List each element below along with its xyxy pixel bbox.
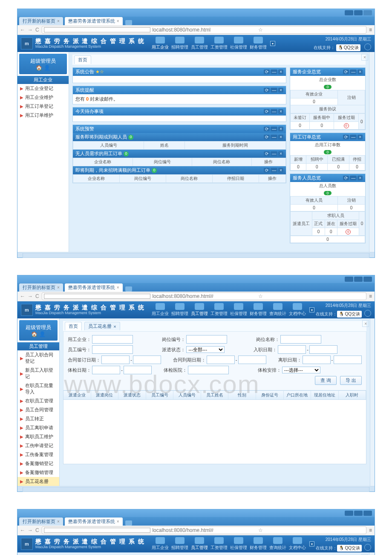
back-button[interactable]: ← [20,27,25,33]
qq-button[interactable]: 🐧QQ交谈 [336,44,361,51]
back-button[interactable]: ← [20,293,25,299]
panel-controls[interactable]: ⟳—× [264,127,283,131]
qq-button[interactable]: 🐧QQ交谈 [337,545,362,552]
vertical-scrollbar[interactable] [369,552,375,555]
search-button[interactable]: 查 询 [315,376,337,385]
page-tab-home[interactable]: 首页 [65,322,82,330]
tab-close-icon[interactable]: × [57,19,60,23]
menu-icon[interactable]: ≡ [369,293,372,299]
sidebar-item[interactable]: ▶备案撤销登记 [17,459,59,468]
nav-module[interactable]: 社保管理 [229,303,248,317]
reload-button[interactable]: C [35,527,39,533]
bookmark-icon[interactable]: ☆ [258,27,364,33]
panel-controls[interactable]: ⟳—× [264,135,283,139]
new-tab-button[interactable] [125,20,132,25]
arrange-select[interactable]: ---选择--- [282,367,320,373]
horizontal-scrollbar[interactable] [17,486,375,491]
entry-from-input[interactable] [278,345,306,354]
max-button[interactable] [354,277,363,282]
nav-module[interactable]: 用工企业 [151,303,170,317]
tab-close-icon[interactable]: × [117,285,119,290]
nav-module[interactable]: 社保管理 [229,37,248,50]
panel-controls[interactable]: ⟳—× [264,168,283,173]
horizontal-scrollbar[interactable] [17,252,375,257]
nav-module[interactable]: 查询统计 [268,303,287,317]
sidebar-item[interactable]: ▶在职员工管理 [17,396,59,405]
nav-module[interactable]: 用工企业 [151,37,170,50]
company-input[interactable] [92,335,133,344]
vertical-scrollbar[interactable] [370,318,375,486]
panel-controls[interactable]: ⟳—× [264,88,283,92]
menu-icon[interactable]: ≡ [369,527,372,533]
sidebar-item[interactable]: ▶员工合同管理 [17,405,59,414]
min-button[interactable] [345,277,353,282]
address-bar[interactable]: localhost:8080/home.html#☆ [42,292,366,300]
tab-close-icon[interactable]: × [117,19,119,23]
sidebar-item[interactable]: ▶工伤申请登记 [17,441,59,450]
close-button[interactable] [363,277,372,282]
check-from-input[interactable] [92,366,120,374]
panel-controls[interactable]: ⟳—× [343,176,363,180]
tab-close-icon[interactable]: × [57,285,60,290]
leave-to-input[interactable] [334,356,362,364]
nav-module[interactable]: 工资管理 [210,303,228,317]
reload-button[interactable]: C [35,293,39,299]
browser-tab[interactable]: 懋嘉劳务派遣管理系统× [65,283,123,292]
nav-module[interactable]: 文档中心 [288,537,307,551]
leave-from-input[interactable] [303,356,331,364]
browser-tab[interactable]: 懋嘉劳务派遣管理系统 × [65,17,123,25]
address-bar[interactable]: localhost:8080/home.html#☆ [42,526,366,534]
browser-tab[interactable]: 打开新的标签页 × [19,17,63,25]
min-button[interactable] [345,10,353,15]
nav-module[interactable]: 员工管理 [190,303,209,317]
sidebar-item[interactable]: ▶用工企业登记 [17,84,69,93]
max-button[interactable] [354,511,363,516]
sidebar-item[interactable]: ▶员工入职合同登记 [17,350,59,366]
nav-module[interactable]: 员工管理 [190,537,209,551]
content-close-icon[interactable]: × [362,320,369,327]
nav-module[interactable]: 员工管理 [190,37,209,50]
status-select[interactable]: ---全部--- [186,346,225,353]
power-icon[interactable] [364,544,371,551]
new-tab-button[interactable] [125,286,132,292]
tab-close-icon[interactable]: × [57,519,60,524]
hospital-input[interactable] [188,366,229,374]
nav-module[interactable]: 招聘管理 [170,537,189,551]
contract-from-input[interactable] [101,356,130,364]
postname-input[interactable] [280,335,321,344]
nav-module[interactable]: 文档中心 [288,303,307,317]
tab-close-icon[interactable]: × [117,519,119,524]
min-button[interactable] [345,511,353,516]
sidebar-item-active[interactable]: ▶员工花名册 [17,477,59,486]
sidebar-item[interactable]: ▶新员工入职登记 [17,366,59,381]
contract-to-input[interactable] [133,356,161,364]
forward-button[interactable]: → [28,27,33,33]
nav-module[interactable]: 社保管理 [229,537,248,551]
address-bar[interactable]: localhost:8080/home.html ☆ [42,26,366,34]
panel-controls[interactable]: ⟳—× [264,69,283,74]
power-icon[interactable] [364,310,371,317]
nav-module[interactable]: 财务管理 [249,37,268,50]
nav-module[interactable]: 工资管理 [210,37,228,50]
sidebar-item[interactable]: ▶用工订单登记 [17,102,69,111]
content-close-icon[interactable]: × [361,54,368,61]
check-to-input[interactable] [124,366,152,374]
vertical-scrollbar[interactable] [369,52,375,252]
sidebar-item[interactable]: ▶在职员工批量导入 [17,381,59,396]
forward-button[interactable]: → [28,527,33,533]
nav-module[interactable]: 财务管理 [249,303,268,317]
forward-button[interactable]: → [28,293,33,299]
browser-tab[interactable]: 懋嘉劳务派遣管理系统× [65,517,123,526]
sidebar-item[interactable]: ▶用工订单维护 [17,111,69,120]
browser-tab[interactable]: 打开新的标签页× [19,283,63,292]
reload-button[interactable]: C [35,27,39,33]
page-tab-roster[interactable]: 员工花名册 × [84,322,120,330]
browser-tab[interactable]: 打开新的标签页× [19,517,63,526]
bookmark-icon[interactable]: ☆ [258,527,364,533]
qq-button[interactable]: 🐧QQ交谈 [337,311,362,318]
sidebar-category[interactable]: 用工企业 [17,76,69,84]
sidebar-item[interactable]: ▶工伤备案管理 [17,450,59,459]
postno-input[interactable] [186,335,227,344]
tab-close-icon[interactable]: × [113,324,116,329]
menu-icon[interactable]: ≡ [369,27,372,33]
